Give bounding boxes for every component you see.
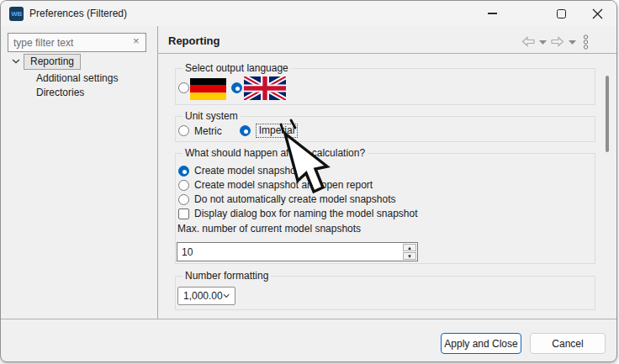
- radio-no-auto-snapshot[interactable]: [178, 194, 189, 205]
- spin-up-button[interactable]: ▲: [403, 244, 416, 251]
- number-formatting-group: Number formatting 1,000.00: [175, 276, 595, 310]
- title-bar: WB Preferences (Filtered): [1, 1, 616, 26]
- unit-system-group-label: Unit system: [183, 110, 241, 122]
- uk-flag-image[interactable]: [244, 76, 286, 100]
- radio-german[interactable]: [178, 82, 189, 93]
- no-auto-snapshot-label[interactable]: Do not automatically create model snapsh…: [194, 193, 395, 205]
- number-format-value: 1,000.00: [183, 290, 223, 302]
- number-formatting-group-label: Number formatting: [183, 270, 271, 282]
- back-history-dropdown-icon[interactable]: [539, 40, 547, 45]
- calculation-group-label: What should happen after a calculation?: [183, 147, 368, 159]
- sidebar-item-additional-settings[interactable]: Additional settings: [36, 72, 118, 84]
- sidebar-item-directories[interactable]: Directories: [36, 87, 84, 98]
- app-icon: WB: [9, 7, 24, 21]
- radio-create-snapshot[interactable]: [178, 166, 189, 177]
- create-snapshot-label[interactable]: Create model snapshot: [194, 165, 299, 177]
- window-title: Preferences (Filtered): [29, 8, 127, 19]
- number-format-dropdown[interactable]: 1,000.00: [177, 287, 235, 305]
- max-snapshots-label: Max. number of current model snapshots: [177, 223, 361, 235]
- chevron-down-icon[interactable]: [12, 59, 20, 64]
- create-snapshot-open-report-label[interactable]: Create model snapshot and open report: [194, 179, 373, 191]
- minimize-icon: [488, 13, 497, 14]
- chevron-down-icon: [223, 293, 230, 298]
- close-button[interactable]: [583, 2, 611, 25]
- page-title: Reporting: [168, 34, 220, 47]
- radio-create-snapshot-open-report[interactable]: [178, 180, 189, 191]
- maximize-button[interactable]: [548, 2, 574, 25]
- radio-metric[interactable]: [178, 125, 189, 136]
- forward-history-dropdown-icon[interactable]: [569, 40, 576, 45]
- imperial-label[interactable]: Imperial: [256, 124, 299, 138]
- maximize-icon: [557, 9, 566, 18]
- max-snapshots-spinner: ▲ ▼: [177, 242, 418, 261]
- apply-and-close-button[interactable]: Apply and Close: [441, 333, 521, 354]
- filter-input[interactable]: [8, 33, 146, 52]
- clear-filter-icon[interactable]: ×: [133, 35, 140, 46]
- checkbox-naming-dialog[interactable]: [178, 208, 189, 219]
- minimize-button[interactable]: [478, 2, 506, 25]
- language-group-label: Select output language: [183, 62, 291, 74]
- cancel-button[interactable]: Cancel: [530, 333, 606, 354]
- language-group: Select output language: [175, 68, 595, 105]
- radio-english[interactable]: [231, 82, 242, 93]
- sidebar-divider: [157, 26, 158, 319]
- view-menu-icon[interactable]: [582, 34, 590, 50]
- sidebar-item-reporting[interactable]: Reporting: [24, 54, 81, 70]
- close-icon: [592, 8, 603, 19]
- max-snapshots-input[interactable]: [177, 243, 402, 261]
- metric-label[interactable]: Metric: [194, 125, 222, 137]
- naming-dialog-label[interactable]: Display dialog box for naming the model …: [194, 208, 418, 219]
- scrollbar-thumb[interactable]: [606, 76, 609, 152]
- forward-button[interactable]: [551, 36, 564, 47]
- footer-separator: [1, 319, 617, 319]
- spinner-buttons: ▲ ▼: [402, 243, 417, 261]
- calculation-group: What should happen after a calculation? …: [175, 153, 595, 264]
- radio-imperial[interactable]: [240, 125, 251, 136]
- spin-down-button[interactable]: ▼: [403, 252, 416, 260]
- preferences-dialog: WB Preferences (Filtered) × Reporting Ad…: [0, 0, 617, 362]
- back-button[interactable]: [521, 36, 535, 47]
- unit-system-group: Unit system Metric Imperial: [175, 116, 595, 142]
- header-separator: [157, 53, 617, 54]
- german-flag-image[interactable]: [190, 78, 226, 100]
